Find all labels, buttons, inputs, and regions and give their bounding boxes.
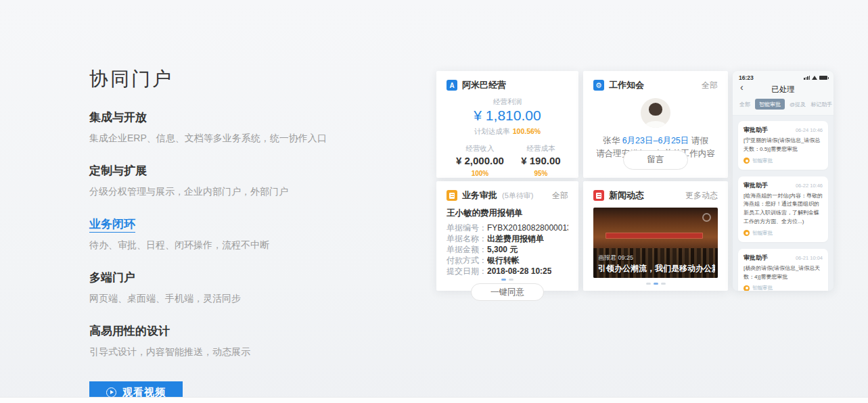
- portal-feature-section: 协同门户 集成与开放 集成企业ERP、信息、文档等多业务系统，统一协作入口 定制…: [0, 0, 868, 403]
- card-amoeba-business: A 阿米巴经营 经营利润 ¥ 1,810.00 计划达成率 100.56% 经营…: [436, 71, 578, 178]
- message-tag: 智能审批: [744, 158, 823, 164]
- cost-label: 经营成本: [513, 144, 568, 153]
- news-caption: 引领办公潮流，我们是移动办公新青年！: [598, 263, 715, 275]
- tab-all[interactable]: 全部: [739, 101, 750, 108]
- profit-label: 经营利润: [436, 97, 578, 107]
- page-title: 协同门户: [89, 66, 387, 92]
- rate-value: 100.56%: [513, 127, 541, 135]
- user-avatar: [641, 98, 670, 128]
- tab-mentions[interactable]: @提及: [790, 101, 806, 108]
- carousel-dot[interactable]: [646, 283, 651, 285]
- expense-fields: 单据编号：FYBX20180828000013 单据名称：出差费用报销单 单据金…: [436, 222, 578, 277]
- feature-multi-terminal: 多端门户 网页端、桌面端、手机端，灵活同步: [89, 270, 387, 305]
- tab-marked-assistant[interactable]: 标记助手: [810, 101, 832, 108]
- news-carousel-dots[interactable]: [583, 283, 728, 285]
- carousel-dot[interactable]: [509, 279, 513, 281]
- feature-usability: 高易用性的设计 引导式设计，内容智能推送，动态展示: [89, 323, 387, 358]
- feature-desc-integration: 集成企业ERP、信息、文档等多业务系统，统一协作入口: [89, 133, 387, 145]
- feature-heading-usability[interactable]: 高易用性的设计: [89, 323, 387, 339]
- more-news-link[interactable]: 更多动态: [685, 190, 718, 202]
- signal-icon: [804, 76, 810, 80]
- smart-approval-icon: [744, 158, 750, 164]
- feature-heading-multi-terminal[interactable]: 多端门户: [89, 270, 387, 285]
- news-app-icon: [593, 190, 604, 201]
- feature-closed-loop: 业务闭环 待办、审批、日程、闭环操作，流程不中断: [89, 216, 387, 252]
- status-time: 16:23: [739, 74, 754, 81]
- notify-all-link[interactable]: 全部: [702, 80, 718, 91]
- carousel-dot[interactable]: [661, 283, 666, 285]
- message-time: 06-22 10:46: [796, 183, 823, 189]
- rate-label: 计划达成率: [474, 127, 510, 135]
- field-amount: 单据金额：5,300 元: [447, 244, 568, 255]
- income-percent: 100%: [472, 170, 489, 177]
- leave-notice-line: 张华 6月23日–6月25日 请假: [583, 135, 728, 147]
- income-label: 经营收入: [447, 144, 513, 153]
- approval-card-title: 业务审批: [462, 189, 497, 202]
- news-author-time: 画报君 09:25: [598, 254, 633, 262]
- feature-heading-closed-loop[interactable]: 业务闭环: [89, 216, 387, 232]
- field-submit-date: 提交日期：2018-08-28 10:25: [447, 266, 568, 277]
- message-time: 06-21 10:04: [796, 255, 823, 261]
- message-body: [宁亚丽的请假(请假信息_请假总天数：0.5)]需要您审批: [744, 137, 823, 154]
- approval-pending-count: (5单待审): [502, 191, 533, 201]
- battery-icon: [819, 76, 827, 80]
- field-doc-number: 单据编号：FYBX20180828000013: [447, 222, 568, 233]
- wifi-icon: [812, 76, 817, 80]
- card-business-approval: 业务审批 (5单待审) 全部 王小敏的费用报销单 单据编号：FYBX201808…: [436, 181, 578, 291]
- field-doc-name: 单据名称：出差费用报销单: [447, 233, 568, 244]
- news-card-title: 新闻动态: [609, 189, 644, 202]
- work-notify-gear-icon: [593, 80, 604, 91]
- approval-message[interactable]: 审批助手 06-24 10:46 [宁亚丽的请假(请假信息_请假总天数：0.5)…: [738, 121, 828, 170]
- message-body: [杨炎的请假(请假信息_请假总天数：4)]需要您审批: [744, 264, 823, 282]
- feature-column: 协同门户 集成与开放 集成企业ERP、信息、文档等多业务系统，统一协作入口 定制…: [89, 66, 387, 403]
- approval-carousel-dots[interactable]: [436, 279, 578, 281]
- approval-message[interactable]: 审批助手 06-21 10:04 [杨炎的请假(请假信息_请假总天数：4)]需要…: [738, 249, 828, 291]
- feature-desc-customization: 分级分权管理与展示，企业内部门户，外部门户: [89, 186, 387, 198]
- cost-value: ¥ 190.00 95%: [513, 155, 568, 178]
- message-sender: 审批助手: [744, 181, 768, 190]
- message-time: 06-24 10:46: [796, 127, 823, 133]
- feature-heading-customization[interactable]: 定制与扩展: [89, 163, 387, 179]
- feature-desc-multi-terminal: 网页端、桌面端、手机端，灵活同步: [89, 293, 387, 305]
- feature-desc-usability: 引导式设计，内容智能推送，动态展示: [89, 346, 387, 358]
- profit-amount: ¥ 1,810.00: [436, 108, 578, 124]
- message-sender: 审批助手: [744, 254, 768, 262]
- message-tag: 智能审批: [744, 285, 823, 291]
- phone-screen-title: 已处理: [739, 81, 827, 98]
- card-news-feed: 新闻动态 更多动态 画报君 09:25 引领办公潮流，我们是移动办公新青年！: [583, 181, 728, 291]
- phone-filter-tabs: 全部 智能审批 @提及 标记助手 会易订: [739, 98, 827, 115]
- expense-doc-title: 王小敏的费用报销单: [436, 208, 578, 219]
- message-tag: 智能审批: [744, 230, 823, 237]
- approval-doc-glyph: [449, 193, 455, 199]
- feature-desc-closed-loop: 待办、审批、日程、闭环操作，流程不中断: [89, 239, 387, 252]
- photo-logo-ring-icon: [702, 213, 711, 222]
- approval-app-icon: [447, 190, 457, 201]
- phone-message-list: 审批助手 06-24 10:46 [宁亚丽的请假(请假信息_请假总天数：0.5)…: [733, 116, 833, 291]
- leave-message-button[interactable]: 留言: [623, 150, 688, 170]
- cost-stat: 经营成本 ¥ 190.00 95%: [513, 144, 568, 178]
- play-icon: [106, 387, 116, 398]
- status-icons: [804, 76, 827, 80]
- section-divider: [0, 397, 868, 403]
- carousel-dot[interactable]: [501, 279, 506, 281]
- back-icon[interactable]: ‹: [740, 82, 744, 93]
- field-payment-method: 付款方式：银行转帐: [447, 255, 568, 266]
- approval-all-link[interactable]: 全部: [552, 190, 568, 202]
- news-doc-glyph: [596, 193, 601, 199]
- feature-heading-integration[interactable]: 集成与开放: [89, 110, 387, 125]
- tab-smart-approval[interactable]: 智能审批: [755, 99, 785, 110]
- phone-header: 16:23 ‹ 已处理 全部 智能审批 @提及 标记助手 会易订: [733, 71, 833, 116]
- cost-percent: 95%: [534, 170, 547, 177]
- leave-dates: 6月23日–6月25日: [622, 136, 689, 145]
- amoeba-app-icon: A: [447, 80, 457, 91]
- one-click-approve-button[interactable]: 一键同意: [471, 283, 544, 301]
- income-value: ¥ 2,000.00 100%: [447, 155, 513, 178]
- news-photo[interactable]: 画报君 09:25 引领办公潮流，我们是移动办公新青年！: [593, 208, 718, 278]
- photo-banner: [606, 233, 703, 239]
- carousel-dot[interactable]: [654, 283, 658, 285]
- feature-customization: 定制与扩展 分级分权管理与展示，企业内部门户，外部门户: [89, 163, 387, 198]
- card-work-notify: 工作知会 全部 张华 6月23日–6月25日 请假 请合理安排与Ta相关的工作内…: [583, 71, 728, 178]
- smart-approval-icon: [744, 285, 750, 291]
- notify-card-title: 工作知会: [609, 79, 644, 91]
- approval-message[interactable]: 审批助手 06-22 10:46 [给海燕姐的一封信(内容：尊敬的海燕姐：您好！…: [738, 176, 828, 242]
